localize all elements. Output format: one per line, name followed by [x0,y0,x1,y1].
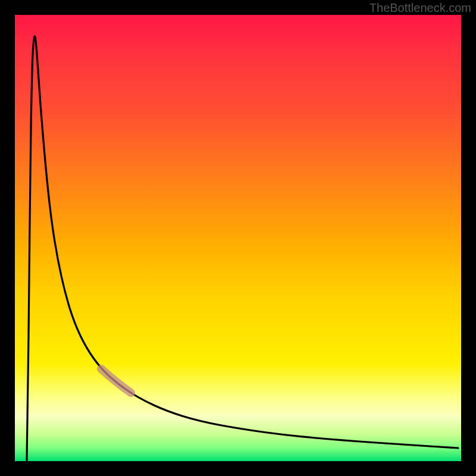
bottleneck-curve-highlight [101,369,131,393]
bottleneck-curve-svg [15,15,461,461]
bottleneck-curve-path [27,36,458,461]
watermark-text: TheBottleneck.com [369,1,471,15]
chart-plot-area [15,15,461,461]
